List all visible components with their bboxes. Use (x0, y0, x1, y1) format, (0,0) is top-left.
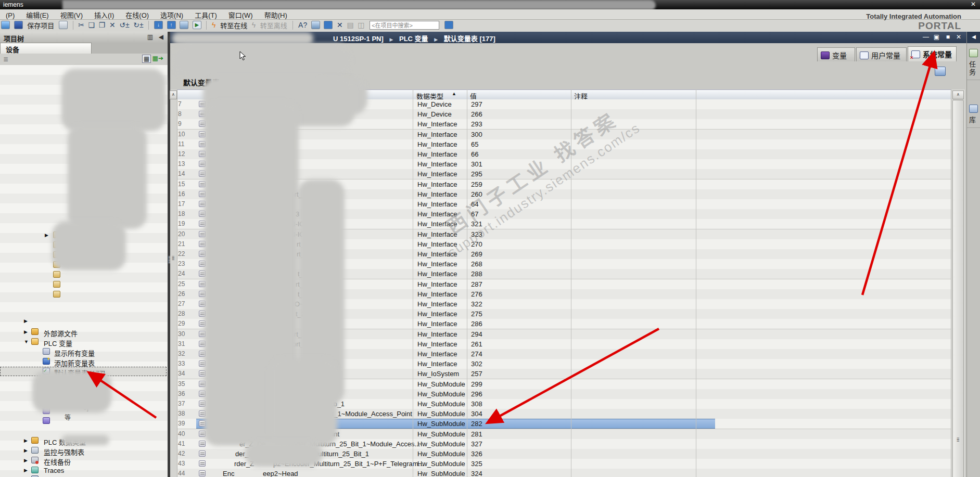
menu-item-2[interactable]: 视图(V) (55, 9, 88, 20)
menu-item-3[interactable]: 插入(I) (88, 9, 120, 20)
sidebar-item-tasks[interactable]: 任务 (967, 46, 980, 80)
censor-blob (270, 358, 337, 446)
cell-data-type: Hw_Interface (417, 310, 457, 318)
breadcrumb-device[interactable]: U 1512SP-1 PN] (333, 35, 384, 43)
restore-editor-icon[interactable]: ▣ (934, 33, 939, 41)
system-constant-icon (199, 450, 206, 457)
chevron-right-icon[interactable]: ▶ (24, 458, 28, 463)
cell-value: 323 (471, 230, 482, 238)
diagnostics-icon[interactable]: A? (298, 21, 307, 29)
splitter-grip[interactable]: ≡≡≡ (168, 256, 170, 269)
tree-filter-icon[interactable]: ≣ (3, 56, 8, 63)
scroll-up-icon[interactable]: ∧ (170, 91, 177, 99)
cell-value: 286 (471, 320, 482, 328)
split-editor-v-icon[interactable]: ◫ (358, 21, 364, 29)
collapse-panel-icon[interactable]: ◀ (159, 33, 163, 41)
breadcrumb-plc-tags[interactable]: PLC 变量 (399, 35, 428, 43)
sidebar-item-libraries[interactable]: 库 (967, 102, 980, 128)
cell-value: 296 (471, 390, 482, 398)
maximize-editor-icon[interactable]: ■ (946, 33, 950, 41)
go-online-button[interactable]: 转至在线 (220, 20, 247, 30)
chevron-right-icon[interactable]: ▶ (24, 448, 28, 453)
cell-data-type: Hw_Interface (417, 150, 457, 158)
tab-devices[interactable]: 设备 (0, 43, 92, 54)
menu-item-7[interactable]: 窗口(W) (223, 9, 259, 20)
censor-blob (61, 69, 166, 131)
tia-line1: Totally Integrated Automation (866, 12, 961, 20)
mouse-cursor-icon (239, 51, 247, 61)
upload-from-device-icon[interactable]: ↑ (167, 21, 176, 29)
download-to-device-icon[interactable]: ↓ (154, 21, 163, 29)
delete-icon[interactable]: ✕ (109, 21, 116, 29)
close-icon[interactable]: ✕ (971, 1, 976, 8)
table-right-scrollbar[interactable]: ∧ ≡≡ (951, 89, 965, 477)
breadcrumb-tag-table[interactable]: 默认变量表 [177] (444, 35, 495, 43)
cell-data-type: Hw_Interface (417, 360, 457, 368)
censored-text-fragment: 等 (65, 412, 71, 421)
save-project-icon[interactable] (14, 21, 23, 29)
minimize-editor-icon[interactable]: — (923, 33, 929, 41)
tree-item-label: PLC 变量 (44, 338, 72, 348)
start-simulation-icon[interactable]: ▶ (193, 21, 201, 29)
chevron-right-icon[interactable]: ▶ (24, 468, 28, 473)
menu-item-4[interactable]: 在线(O) (120, 9, 155, 20)
chevron-right-icon[interactable]: ▶ (24, 318, 28, 324)
row-number: 8 (178, 110, 194, 118)
censor-blob (245, 441, 323, 467)
pin-panel-icon[interactable]: ▥ (147, 33, 153, 41)
collapse-right-icon[interactable]: ◀ (967, 32, 980, 43)
refresh-view-icon[interactable]: ▦➔ (152, 55, 163, 62)
tab-用户常量[interactable]: 用户常量 (856, 47, 907, 61)
tab-变量[interactable]: 变量 (817, 47, 855, 61)
cell-data-type: Hw_Interface (417, 170, 457, 178)
device-view-icon[interactable] (180, 21, 188, 29)
cell-data-type: Hw_Interface (417, 131, 457, 138)
menu-item-5[interactable]: 选项(N) (155, 9, 189, 20)
new-project-icon[interactable] (1, 21, 10, 29)
row-number: 27 (178, 300, 194, 307)
go-offline-button[interactable]: 转至离线 (260, 20, 287, 30)
close-editor-icon[interactable]: ✕ (956, 33, 961, 41)
sort-ascending-icon[interactable]: ▲ (452, 91, 456, 96)
cell-value: 270 (471, 240, 482, 248)
undo-icon[interactable]: ↺± (119, 21, 129, 29)
system-constant-icon (199, 460, 206, 467)
copy-icon[interactable]: ❏ (88, 21, 95, 29)
chevron-right-icon[interactable]: ▶ (24, 438, 28, 443)
chevron-right-icon[interactable]: ▶ (45, 233, 48, 238)
details-view-icon[interactable]: ▦ (142, 55, 151, 63)
tab-label: 变量 (832, 51, 847, 60)
system-constant-icon (199, 441, 206, 447)
cell-data-type: Hw_Interface (417, 190, 457, 198)
cut-icon[interactable]: ✂ (78, 21, 84, 29)
table-left-scrollbar[interactable]: ∧ ≡≡ (170, 89, 177, 477)
tree-item-label: 监控与强制表 (44, 447, 84, 457)
chevron-right-icon[interactable]: ▶ (24, 329, 28, 334)
save-project-button[interactable]: 保存项目 (27, 20, 54, 30)
libraries-icon (969, 105, 978, 113)
cell-data-type: Hw_Interface (417, 340, 457, 348)
redo-icon[interactable]: ↻± (133, 21, 143, 29)
menu-item-6[interactable]: 工具(T) (189, 9, 223, 20)
cell-value: 327 (471, 440, 482, 448)
scrollbar-thumb[interactable]: ≡≡ (952, 100, 964, 477)
paste-icon[interactable]: ❐ (99, 21, 106, 29)
scroll-up-icon[interactable]: ∧ (952, 91, 964, 99)
tab-系统常量[interactable]: 系统常量 (908, 46, 957, 61)
window-title: iemens (3, 1, 23, 8)
table-row-44[interactable]: 44Enceep2~HeadHw_SubModule324 (177, 469, 951, 477)
menu-item-1[interactable]: 编辑(E) (20, 9, 54, 20)
menu-item-0[interactable]: (P) (0, 11, 20, 20)
project-search-icon[interactable] (444, 21, 453, 29)
row-number: 23 (178, 260, 194, 267)
window-lock-icon[interactable] (935, 67, 946, 76)
print-icon[interactable] (59, 21, 68, 29)
menu-item-8[interactable]: 帮助(H) (259, 9, 293, 20)
accessible-devices-icon[interactable] (311, 21, 320, 29)
start-cpu-icon[interactable] (324, 21, 333, 29)
search-input[interactable] (370, 21, 439, 30)
split-editor-h-icon[interactable]: ▤ (347, 21, 353, 29)
chevron-down-icon[interactable]: ▼ (24, 339, 29, 344)
stop-cpu-icon[interactable]: ✕ (337, 21, 343, 29)
tags-icon (821, 51, 830, 59)
